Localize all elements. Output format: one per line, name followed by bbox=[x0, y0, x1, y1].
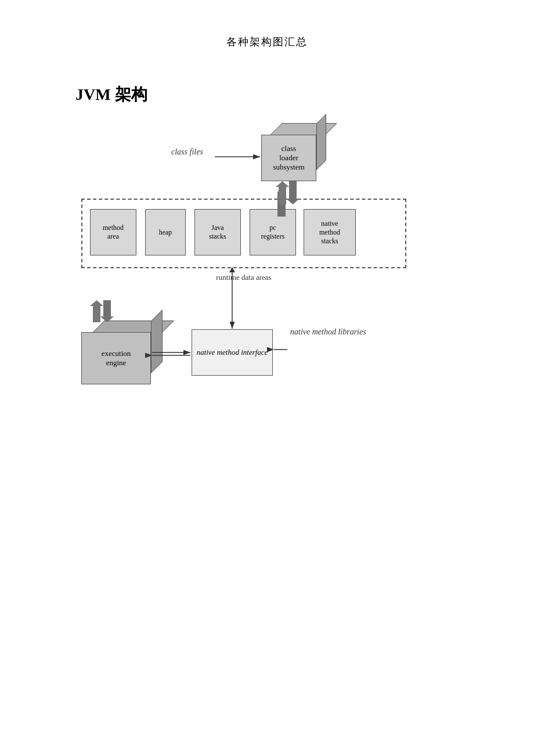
class-loader-side-face bbox=[316, 114, 326, 170]
native-stacks-box: nativemethodstacks bbox=[304, 209, 356, 255]
section-title: JVM 架构 bbox=[75, 84, 534, 106]
method-area-box: methodarea bbox=[90, 209, 136, 255]
exec-front-face: executionengine bbox=[81, 332, 151, 384]
class-loader-subsystem: classloadersubsystem bbox=[261, 123, 325, 178]
jvm-diagram: class files classloadersubsystem runtime… bbox=[75, 123, 482, 425]
svg-rect-9 bbox=[103, 300, 111, 316]
exec-side-face bbox=[151, 309, 163, 373]
svg-rect-5 bbox=[289, 181, 297, 199]
svg-rect-7 bbox=[93, 306, 100, 322]
page-title: 各种架构图汇总 bbox=[0, 35, 534, 49]
execution-engine: executionengine bbox=[81, 321, 163, 384]
heap-box: heap bbox=[145, 209, 186, 255]
exec-down-arrow bbox=[100, 300, 114, 322]
svg-marker-4 bbox=[276, 181, 289, 187]
class-loader-front-face: classloadersubsystem bbox=[261, 135, 316, 181]
native-interface-label: native method interface bbox=[197, 348, 268, 357]
exec-up-arrow bbox=[90, 300, 103, 322]
class-files-label: class files bbox=[171, 147, 203, 157]
java-stacks-box: Javastacks bbox=[194, 209, 241, 255]
native-method-interface: native method interface bbox=[192, 329, 273, 376]
svg-marker-8 bbox=[90, 300, 103, 306]
class-loader-top-face bbox=[269, 123, 337, 136]
pc-registers-box: pcregisters bbox=[250, 209, 296, 255]
native-libraries-label: native method libraries bbox=[290, 326, 366, 338]
runtime-area-label: runtime data areas bbox=[81, 273, 406, 282]
